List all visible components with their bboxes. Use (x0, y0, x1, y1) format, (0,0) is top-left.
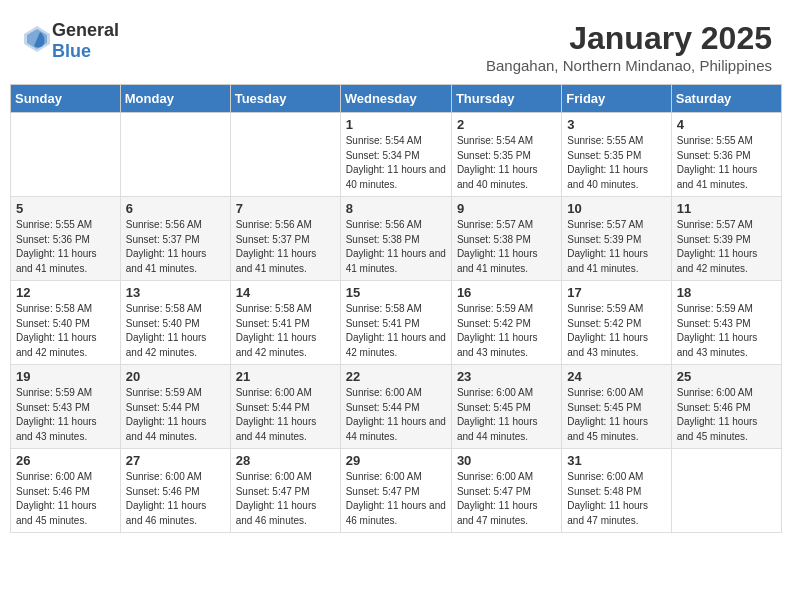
sunrise: Sunrise: 5:55 AM (567, 135, 643, 146)
day-info: Sunrise: 6:00 AM Sunset: 5:44 PM Dayligh… (346, 386, 446, 444)
daylight: Daylight: 11 hours and 44 minutes. (126, 416, 207, 442)
day-info: Sunrise: 5:58 AM Sunset: 5:41 PM Dayligh… (346, 302, 446, 360)
calendar-cell: 10 Sunrise: 5:57 AM Sunset: 5:39 PM Dayl… (562, 197, 671, 281)
sunrise: Sunrise: 5:59 AM (16, 387, 92, 398)
daylight: Daylight: 11 hours and 42 minutes. (126, 332, 207, 358)
calendar-week-5: 26 Sunrise: 6:00 AM Sunset: 5:46 PM Dayl… (11, 449, 782, 533)
daylight: Daylight: 11 hours and 41 minutes. (567, 248, 648, 274)
logo-icon (22, 24, 52, 54)
calendar-cell: 28 Sunrise: 6:00 AM Sunset: 5:47 PM Dayl… (230, 449, 340, 533)
location-title: Bangahan, Northern Mindanao, Philippines (486, 57, 772, 74)
weekday-header-thursday: Thursday (451, 85, 561, 113)
calendar-cell: 14 Sunrise: 5:58 AM Sunset: 5:41 PM Dayl… (230, 281, 340, 365)
sunset: Sunset: 5:45 PM (457, 402, 531, 413)
day-info: Sunrise: 6:00 AM Sunset: 5:48 PM Dayligh… (567, 470, 665, 528)
sunset: Sunset: 5:46 PM (677, 402, 751, 413)
day-number: 11 (677, 201, 776, 216)
daylight: Daylight: 11 hours and 41 minutes. (236, 248, 317, 274)
weekday-header-friday: Friday (562, 85, 671, 113)
day-info: Sunrise: 5:57 AM Sunset: 5:38 PM Dayligh… (457, 218, 556, 276)
day-number: 24 (567, 369, 665, 384)
sunset: Sunset: 5:38 PM (346, 234, 420, 245)
day-info: Sunrise: 5:55 AM Sunset: 5:36 PM Dayligh… (677, 134, 776, 192)
sunrise: Sunrise: 5:59 AM (677, 303, 753, 314)
day-number: 21 (236, 369, 335, 384)
day-info: Sunrise: 5:59 AM Sunset: 5:44 PM Dayligh… (126, 386, 225, 444)
sunset: Sunset: 5:47 PM (236, 486, 310, 497)
calendar-cell: 21 Sunrise: 6:00 AM Sunset: 5:44 PM Dayl… (230, 365, 340, 449)
calendar-cell: 31 Sunrise: 6:00 AM Sunset: 5:48 PM Dayl… (562, 449, 671, 533)
day-info: Sunrise: 5:58 AM Sunset: 5:41 PM Dayligh… (236, 302, 335, 360)
daylight: Daylight: 11 hours and 42 minutes. (236, 332, 317, 358)
sunrise: Sunrise: 6:00 AM (236, 387, 312, 398)
calendar-cell (120, 113, 230, 197)
sunset: Sunset: 5:37 PM (126, 234, 200, 245)
calendar-cell: 15 Sunrise: 5:58 AM Sunset: 5:41 PM Dayl… (340, 281, 451, 365)
sunset: Sunset: 5:41 PM (236, 318, 310, 329)
day-info: Sunrise: 6:00 AM Sunset: 5:46 PM Dayligh… (677, 386, 776, 444)
sunset: Sunset: 5:42 PM (457, 318, 531, 329)
calendar-cell: 6 Sunrise: 5:56 AM Sunset: 5:37 PM Dayli… (120, 197, 230, 281)
day-number: 29 (346, 453, 446, 468)
daylight: Daylight: 11 hours and 43 minutes. (457, 332, 538, 358)
sunrise: Sunrise: 5:54 AM (457, 135, 533, 146)
day-number: 12 (16, 285, 115, 300)
sunset: Sunset: 5:35 PM (457, 150, 531, 161)
daylight: Daylight: 11 hours and 47 minutes. (457, 500, 538, 526)
day-number: 17 (567, 285, 665, 300)
day-number: 6 (126, 201, 225, 216)
day-number: 15 (346, 285, 446, 300)
day-number: 16 (457, 285, 556, 300)
calendar-cell (671, 449, 781, 533)
day-info: Sunrise: 5:56 AM Sunset: 5:37 PM Dayligh… (236, 218, 335, 276)
weekday-header-wednesday: Wednesday (340, 85, 451, 113)
sunrise: Sunrise: 6:00 AM (567, 471, 643, 482)
sunset: Sunset: 5:40 PM (16, 318, 90, 329)
daylight: Daylight: 11 hours and 42 minutes. (677, 248, 758, 274)
day-number: 13 (126, 285, 225, 300)
daylight: Daylight: 11 hours and 46 minutes. (346, 500, 446, 526)
day-number: 27 (126, 453, 225, 468)
calendar-week-3: 12 Sunrise: 5:58 AM Sunset: 5:40 PM Dayl… (11, 281, 782, 365)
daylight: Daylight: 11 hours and 44 minutes. (236, 416, 317, 442)
calendar-cell: 23 Sunrise: 6:00 AM Sunset: 5:45 PM Dayl… (451, 365, 561, 449)
calendar-cell: 27 Sunrise: 6:00 AM Sunset: 5:46 PM Dayl… (120, 449, 230, 533)
calendar-cell: 30 Sunrise: 6:00 AM Sunset: 5:47 PM Dayl… (451, 449, 561, 533)
daylight: Daylight: 11 hours and 40 minutes. (457, 164, 538, 190)
weekday-header-monday: Monday (120, 85, 230, 113)
day-info: Sunrise: 5:56 AM Sunset: 5:37 PM Dayligh… (126, 218, 225, 276)
daylight: Daylight: 11 hours and 46 minutes. (126, 500, 207, 526)
daylight: Daylight: 11 hours and 43 minutes. (677, 332, 758, 358)
calendar-week-4: 19 Sunrise: 5:59 AM Sunset: 5:43 PM Dayl… (11, 365, 782, 449)
sunrise: Sunrise: 5:58 AM (346, 303, 422, 314)
daylight: Daylight: 11 hours and 47 minutes. (567, 500, 648, 526)
sunrise: Sunrise: 6:00 AM (16, 471, 92, 482)
sunrise: Sunrise: 6:00 AM (457, 471, 533, 482)
day-info: Sunrise: 6:00 AM Sunset: 5:46 PM Dayligh… (16, 470, 115, 528)
daylight: Daylight: 11 hours and 42 minutes. (16, 332, 97, 358)
sunrise: Sunrise: 6:00 AM (567, 387, 643, 398)
sunrise: Sunrise: 5:57 AM (457, 219, 533, 230)
sunset: Sunset: 5:47 PM (457, 486, 531, 497)
day-number: 14 (236, 285, 335, 300)
sunset: Sunset: 5:43 PM (677, 318, 751, 329)
daylight: Daylight: 11 hours and 41 minutes. (126, 248, 207, 274)
sunrise: Sunrise: 6:00 AM (126, 471, 202, 482)
daylight: Daylight: 11 hours and 40 minutes. (567, 164, 648, 190)
calendar-cell: 11 Sunrise: 5:57 AM Sunset: 5:39 PM Dayl… (671, 197, 781, 281)
daylight: Daylight: 11 hours and 41 minutes. (677, 164, 758, 190)
daylight: Daylight: 11 hours and 45 minutes. (677, 416, 758, 442)
sunset: Sunset: 5:46 PM (126, 486, 200, 497)
day-number: 3 (567, 117, 665, 132)
day-info: Sunrise: 5:54 AM Sunset: 5:35 PM Dayligh… (457, 134, 556, 192)
sunrise: Sunrise: 5:57 AM (567, 219, 643, 230)
day-info: Sunrise: 5:55 AM Sunset: 5:35 PM Dayligh… (567, 134, 665, 192)
daylight: Daylight: 11 hours and 43 minutes. (16, 416, 97, 442)
sunset: Sunset: 5:47 PM (346, 486, 420, 497)
day-number: 1 (346, 117, 446, 132)
calendar-cell: 5 Sunrise: 5:55 AM Sunset: 5:36 PM Dayli… (11, 197, 121, 281)
calendar-cell: 18 Sunrise: 5:59 AM Sunset: 5:43 PM Dayl… (671, 281, 781, 365)
daylight: Daylight: 11 hours and 44 minutes. (457, 416, 538, 442)
day-info: Sunrise: 5:59 AM Sunset: 5:43 PM Dayligh… (16, 386, 115, 444)
day-number: 9 (457, 201, 556, 216)
